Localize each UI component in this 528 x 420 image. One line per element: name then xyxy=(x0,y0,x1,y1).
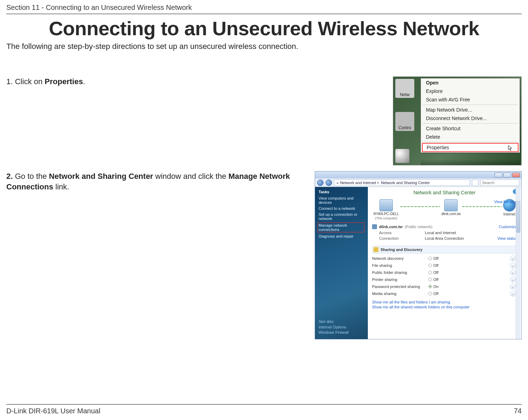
node-internet-label: Internet xyxy=(503,212,515,216)
nsc-title: Network and Sharing Center xyxy=(372,190,517,195)
node-this-pc: RYAN-PC-DELL (This computer) xyxy=(373,199,399,220)
step-2-text: 2. Go to the Network and Sharing Center … xyxy=(6,171,306,192)
step-2-mid: window and click the xyxy=(153,172,228,181)
nav-forward-icon[interactable] xyxy=(326,180,332,186)
nav-back-icon[interactable] xyxy=(317,180,323,186)
sd-pfs-value: Off xyxy=(433,270,510,275)
page-footer: D-Link DIR-619L User Manual 74 xyxy=(6,407,522,415)
minimize-button[interactable] xyxy=(495,173,502,177)
sd-ps-label: Printer sharing xyxy=(372,277,428,282)
ctx-properties[interactable]: Properties xyxy=(422,143,518,152)
network-entry-header: dlink.com.tw (Public network) Customize xyxy=(372,224,517,229)
node-router: dlink.com.tw xyxy=(441,199,461,220)
footer-manual-name: D-Link DIR-619L User Manual xyxy=(6,407,100,415)
sd-network-discovery: Network discovery Off ⌄ xyxy=(372,255,517,262)
search-input[interactable] xyxy=(480,180,519,186)
ctx-separator xyxy=(422,105,518,105)
network-desktop-icon: Netw xyxy=(395,79,414,98)
router-icon xyxy=(444,199,458,211)
ctx-map-drive[interactable]: Map Network Drive... xyxy=(421,106,520,114)
task-connect-network[interactable]: Connect to a network xyxy=(319,206,364,211)
expand-button[interactable]: ⌄ xyxy=(510,270,516,275)
scrollbar-thumb[interactable] xyxy=(516,201,520,233)
task-diagnose-repair[interactable]: Diagnose and repair xyxy=(319,234,364,238)
cursor-icon xyxy=(508,145,513,151)
view-full-map-link[interactable]: View full map xyxy=(494,200,517,204)
see-also-windows-firewall[interactable]: Windows Firewall xyxy=(319,330,364,334)
maximize-button[interactable] xyxy=(503,173,511,177)
ctx-explore[interactable]: Explore xyxy=(421,87,520,95)
ctx-disconnect-drive[interactable]: Disconnect Network Drive... xyxy=(421,114,520,123)
link-line xyxy=(400,206,440,207)
radio-icon xyxy=(428,257,432,260)
ctx-delete[interactable]: Delete xyxy=(421,133,520,141)
sd-nd-label: Network discovery xyxy=(372,256,428,261)
step-2-post: link. xyxy=(53,182,69,191)
shadow xyxy=(421,159,520,165)
node-pc-sublabel: (This computer) xyxy=(375,217,397,220)
ctx-open[interactable]: Open xyxy=(421,79,520,87)
spacer xyxy=(509,217,510,220)
context-menu: Open Explore Scan with AVG Free Map Netw… xyxy=(421,78,520,153)
task-view-computers[interactable]: View computers and devices xyxy=(319,196,364,205)
ctx-scan-avg[interactable]: Scan with AVG Free xyxy=(421,95,520,104)
sharing-discovery-label: Sharing and Discovery xyxy=(381,247,422,252)
expand-button[interactable]: ⌄ xyxy=(510,291,516,296)
refresh-button[interactable] xyxy=(472,180,478,186)
figure-nsc-window: « Network and Internet ▸ Network and Sha… xyxy=(315,171,522,339)
sd-public-folder-sharing: Public folder sharing Off ⌄ xyxy=(372,269,517,276)
window-titlebar xyxy=(315,171,521,178)
link-line xyxy=(462,206,502,207)
scrollbar[interactable] xyxy=(516,187,521,339)
ctx-separator xyxy=(422,123,518,124)
step-2-pre: Go to the xyxy=(13,172,49,181)
tasks-heading: Tasks xyxy=(319,190,364,194)
footer-rule xyxy=(6,404,522,405)
radio-icon xyxy=(428,278,432,281)
figure-context-menu: Netw Contro Open Explore Scan with AVG F… xyxy=(393,76,522,165)
sd-ms-label: Media sharing xyxy=(372,292,428,296)
computer-icon xyxy=(379,199,393,211)
node-pc-label: RYAN-PC-DELL xyxy=(373,212,399,216)
sd-media-sharing: Media sharing Off ⌄ xyxy=(372,290,517,297)
expand-button[interactable]: ⌄ xyxy=(510,256,516,261)
expand-button[interactable]: ⌄ xyxy=(510,277,516,282)
view-status-link[interactable]: View status xyxy=(497,236,517,240)
node-router-label: dlink.com.tw xyxy=(441,212,461,216)
spacer xyxy=(451,217,452,220)
tasks-sidebar: Tasks View computers and devices Connect… xyxy=(315,187,368,339)
step-1-num: 1. xyxy=(6,77,13,86)
expand-button[interactable]: ⌄ xyxy=(510,263,516,268)
network-name: dlink.com.tw xyxy=(379,225,403,229)
ctx-separator xyxy=(422,142,518,142)
nsc-main-pane: ? Network and Sharing Center View full m… xyxy=(368,187,521,339)
sd-pps-value: On xyxy=(433,284,510,289)
step-1-post: . xyxy=(83,77,85,86)
sharing-icon xyxy=(373,247,378,252)
breadcrumb[interactable]: « Network and Internet ▸ Network and Sha… xyxy=(334,180,470,186)
step-2-num: 2. xyxy=(6,172,13,181)
radio-icon xyxy=(428,292,432,295)
nsc-window: « Network and Internet ▸ Network and Sha… xyxy=(315,171,522,339)
task-setup-connection[interactable]: Set up a connection or network xyxy=(319,212,364,221)
see-also-heading: See also xyxy=(319,319,364,324)
sd-printer-sharing: Printer sharing Off ⌄ xyxy=(372,276,517,283)
show-folders-link[interactable]: Show me all the shared network folders o… xyxy=(372,305,517,309)
network-small-icon xyxy=(372,224,377,229)
sd-password-protected-sharing: Password protected sharing On ⌄ xyxy=(372,283,517,290)
address-bar: « Network and Internet ▸ Network and Sha… xyxy=(315,178,521,187)
customize-link[interactable]: Customize xyxy=(499,225,517,229)
breadcrumb-seg2: Network and Sharing Center xyxy=(381,181,430,185)
see-also-internet-options[interactable]: Internet Options xyxy=(319,325,364,329)
step-1-pre: Click on xyxy=(13,77,44,86)
close-button[interactable] xyxy=(512,173,520,177)
ctx-create-shortcut[interactable]: Create Shortcut xyxy=(421,124,520,133)
network-details: Access Local and Internet Connection Loc… xyxy=(379,231,517,240)
recycle-bin-icon xyxy=(395,149,409,163)
show-me-links: Show me all the files and folders I am s… xyxy=(372,300,517,309)
show-files-link[interactable]: Show me all the files and folders I am s… xyxy=(372,300,517,304)
expand-button[interactable]: ⌄ xyxy=(510,284,516,289)
task-manage-connections[interactable]: Manage network connections xyxy=(318,222,364,232)
breadcrumb-sep-icon: ▸ xyxy=(377,180,379,185)
sd-pfs-label: Public folder sharing xyxy=(372,270,428,275)
